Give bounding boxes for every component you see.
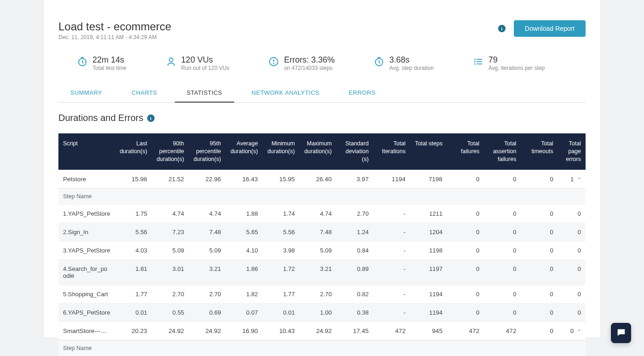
chat-button[interactable] xyxy=(611,323,631,343)
script-name: SmartStore---… xyxy=(58,322,115,340)
section-heading: Durations and Errors xyxy=(58,113,144,123)
cell-value: 7.23 xyxy=(152,223,189,241)
cell-value: 1.88 xyxy=(225,204,262,223)
cell-value: 0.01 xyxy=(263,303,299,322)
cell-value: 5.65 xyxy=(225,223,262,241)
cell-value: 0 xyxy=(558,259,586,285)
cell-value: 16.90 xyxy=(225,322,262,340)
tab-charts[interactable]: CHARTS xyxy=(120,84,169,103)
col-timeouts[interactable]: Total timeouts xyxy=(521,133,558,170)
col-iterations[interactable]: Total Iterations xyxy=(373,133,410,170)
cell-value: 4.74 xyxy=(152,204,189,223)
cell-value: 17.45 xyxy=(336,322,373,340)
metric-value: 22m 14s xyxy=(92,55,126,65)
info-icon[interactable]: i xyxy=(147,115,155,122)
cell-value: 10.43 xyxy=(263,322,299,340)
col-steps[interactable]: Total steps xyxy=(410,133,447,170)
col-max[interactable]: Maximum duration(s) xyxy=(299,133,336,170)
col-avg[interactable]: Average duration(s) xyxy=(225,133,262,170)
step-name: 1.YAPS_PetStore xyxy=(58,204,115,223)
step-header-row: Step Name xyxy=(58,188,586,204)
cell-value: 1.72 xyxy=(263,259,299,285)
cell-value: 0 xyxy=(484,241,521,259)
cell-value: 1.75 xyxy=(115,204,152,223)
col-p90[interactable]: 90th percentile duration(s) xyxy=(152,133,189,170)
cell-value: 0 xyxy=(484,285,521,303)
cell-value: 7198 xyxy=(410,170,447,188)
chevron-up-icon[interactable]: ⌃ xyxy=(577,329,581,334)
info-icon[interactable]: i xyxy=(498,25,506,32)
metric-label: Total test time xyxy=(92,65,126,71)
cell-value: 26.40 xyxy=(299,170,336,188)
cell-value: 5.56 xyxy=(115,223,152,241)
col-min[interactable]: Minimum duration(s) xyxy=(263,133,299,170)
step-name: 4.Search_for_poodle xyxy=(58,259,115,285)
col-p95[interactable]: 95th percentile duration(s) xyxy=(189,133,225,170)
table-body: Petstore15.9821.5222.9616.4315.9526.403.… xyxy=(58,170,586,356)
tab-network-analytics[interactable]: NETWORK ANALYTICS xyxy=(240,84,331,103)
metric-value: 79 xyxy=(489,55,545,65)
metric-label: Run out of 120 VUs xyxy=(181,65,230,71)
step-name: 5.Shopping_Cart xyxy=(58,285,115,303)
clock-icon xyxy=(77,56,88,67)
cell-value: 472 xyxy=(484,322,521,340)
metric-value: 3.68s xyxy=(389,55,434,65)
cell-value: 22.96 xyxy=(189,170,225,188)
cell-value: 1.86 xyxy=(225,259,262,285)
chevron-up-icon[interactable]: ⌃ xyxy=(577,177,581,182)
cell-value: 2.70 xyxy=(299,285,336,303)
cell-value: 20.23 xyxy=(115,322,152,340)
cell-value: 0 xyxy=(484,204,521,223)
cell-value: 0 xyxy=(521,170,558,188)
svg-point-8 xyxy=(475,59,475,59)
script-row[interactable]: Petstore15.9821.5222.9616.4315.9526.403.… xyxy=(58,170,586,188)
cell-value: 24.92 xyxy=(189,322,225,340)
col-assertion-failures[interactable]: Total assertion failures xyxy=(484,133,521,170)
cell-value: 0 xyxy=(521,241,558,259)
cell-value: 4.74 xyxy=(189,204,225,223)
cell-value: 1.77 xyxy=(115,285,152,303)
cell-value: 5.09 xyxy=(189,241,225,259)
step-row: 5.Shopping_Cart1.772.702.701.821.772.700… xyxy=(58,285,586,303)
tab-summary[interactable]: SUMMARY xyxy=(58,84,114,103)
cell-value: 2.70 xyxy=(336,204,373,223)
cell-value: 0 xyxy=(521,204,558,223)
cell-value: 3.21 xyxy=(299,259,336,285)
tab-statistics[interactable]: STATISTICS xyxy=(175,84,234,103)
cell-value: 0 xyxy=(484,303,521,322)
cell-value: 945 xyxy=(410,322,447,340)
step-name: 3.YAPS_PetStore xyxy=(58,241,115,259)
cell-value: 0.89 xyxy=(336,259,373,285)
cell-value: 1198 xyxy=(410,241,447,259)
step-row: 4.Search_for_poodle1.813.013.211.861.723… xyxy=(58,259,586,285)
download-report-button[interactable]: Download Report xyxy=(514,20,586,37)
cell-value: - xyxy=(373,241,410,259)
col-stddev[interactable]: Standard deviation (s) xyxy=(336,133,373,170)
col-failures[interactable]: Total failures xyxy=(447,133,484,170)
metric-label: Avg. step duration xyxy=(389,65,434,71)
cell-value: 0.38 xyxy=(336,303,373,322)
cell-value: 0 xyxy=(447,303,484,322)
cell-value: 0 xyxy=(521,259,558,285)
col-last-duration[interactable]: Last duration(s) xyxy=(115,133,152,170)
step-name: 6.YAPS_PetStore xyxy=(58,303,115,322)
cell-value: 1194 xyxy=(410,303,447,322)
script-name: Petstore xyxy=(58,170,115,188)
script-row[interactable]: SmartStore---…20.2324.9224.9216.9010.432… xyxy=(58,322,586,340)
metric-value: Errors: 3.36% xyxy=(284,55,334,65)
cell-value: 1.74 xyxy=(263,204,299,223)
col-page-errors[interactable]: Total page errors xyxy=(558,133,586,170)
cell-value: 0 xyxy=(558,223,586,241)
cell-value: 472 xyxy=(373,322,410,340)
cell-value: 1.00 xyxy=(299,303,336,322)
cell-value: 0 xyxy=(558,285,586,303)
cell-value: 5.09 xyxy=(152,241,189,259)
cell-value: 0.07 xyxy=(225,303,262,322)
tab-errors[interactable]: ERRORS xyxy=(337,84,387,103)
report-page: Load test - ecommerce Dec. 11, 2019, 4:1… xyxy=(44,0,600,338)
cell-value: 1.81 xyxy=(115,259,152,285)
cell-value: 3.21 xyxy=(189,259,225,285)
cell-value: 24.92 xyxy=(299,322,336,340)
col-script[interactable]: Script xyxy=(58,133,115,170)
cell-value: 1.24 xyxy=(336,223,373,241)
